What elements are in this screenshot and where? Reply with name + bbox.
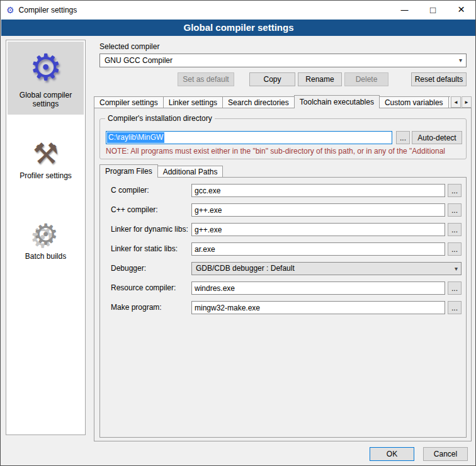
make-program-input[interactable]	[191, 301, 445, 314]
installation-directory-group: Compiler's installation directory C:\ray…	[99, 118, 467, 159]
tab-compiler-settings[interactable]: Compiler settings	[94, 96, 164, 108]
minimize-icon: —	[401, 6, 409, 14]
window-title: Compiler settings	[19, 6, 77, 14]
debugger-select[interactable]: GDB/CDB debugger : Default ▾	[191, 262, 462, 275]
maximize-icon: □	[430, 4, 436, 15]
resource-compiler-label: Resource compiler:	[111, 281, 176, 295]
sidebar-item-label: Profiler settings	[8, 170, 84, 186]
tab-search-directories[interactable]: Search directories	[222, 96, 295, 108]
copy-button[interactable]: Copy	[249, 72, 295, 86]
linker-dynamic-label: Linker for dynamic libs:	[111, 223, 188, 236]
debugger-label: Debugger:	[111, 262, 146, 275]
arrow-left-icon: ◄	[453, 99, 458, 105]
debugger-select-value: GDB/CDB debugger : Default	[196, 264, 295, 273]
auto-detect-button[interactable]: Auto-detect	[412, 131, 462, 144]
linker-static-label: Linker for static libs:	[111, 242, 178, 256]
program-row: Debugger: GDB/CDB debugger : Default ▾	[100, 262, 466, 275]
cpp-compiler-browse-button[interactable]: ...	[448, 203, 462, 217]
compiler-settings-window: ⚙ Compiler settings — □ × Global compile…	[0, 0, 476, 466]
tab-toolchain-executables[interactable]: Toolchain executables	[294, 95, 380, 108]
program-row: C compiler: ...	[100, 184, 466, 197]
gears-icon: ⚙	[8, 218, 84, 251]
program-row: Make program: ...	[100, 301, 466, 314]
compiler-select-value: GNU GCC Compiler	[105, 54, 173, 67]
selected-compiler-label: Selected compiler	[99, 42, 159, 51]
program-tabs-strip: Program Files Additional Paths	[99, 164, 288, 178]
set-as-default-button: Set as default	[178, 72, 234, 86]
linker-dynamic-browse-button[interactable]: ...	[448, 223, 462, 236]
toolchain-executables-panel: Compiler's installation directory C:\ray…	[94, 108, 472, 441]
program-row: Resource compiler: ...	[100, 281, 466, 295]
tab-scroll-controls: ◄ ►	[450, 96, 472, 108]
reset-defaults-button[interactable]: Reset defaults	[411, 72, 467, 86]
minimize-button[interactable]: —	[390, 1, 419, 20]
sidebar-item-global-compiler-settings[interactable]: ⚙ Global compiler settings	[8, 42, 84, 115]
tab-program-files[interactable]: Program Files	[99, 164, 158, 178]
program-row: Linker for dynamic libs: ...	[100, 223, 466, 236]
sidebar-item-label: Global compiler settings	[8, 89, 84, 115]
compiler-select[interactable]: GNU GCC Compiler ▾	[99, 54, 467, 67]
tab-scroll-left-button[interactable]: ◄	[451, 96, 461, 108]
bin-subdirectory-note: NOTE: All programs must exist either in …	[106, 147, 466, 156]
chevron-down-icon: ▾	[459, 54, 462, 67]
delete-button: Delete	[344, 72, 388, 86]
arrow-right-icon: ►	[464, 99, 469, 105]
c-compiler-label: C compiler:	[111, 184, 149, 197]
tab-linker-settings[interactable]: Linker settings	[163, 96, 223, 108]
sidebar-item-profiler-settings[interactable]: ⚒ Profiler settings	[8, 134, 84, 186]
resource-compiler-input[interactable]	[191, 281, 445, 295]
close-button[interactable]: ×	[447, 1, 475, 20]
linker-dynamic-input[interactable]	[191, 223, 445, 236]
settings-tabs-strip: Compiler settings Linker settings Search…	[94, 94, 450, 108]
dialog-banner-title: Global compiler settings	[1, 20, 476, 36]
tab-custom-variables[interactable]: Custom variables	[379, 96, 449, 108]
c-compiler-input[interactable]	[191, 184, 445, 197]
close-icon: ×	[458, 3, 465, 16]
installation-directory-value: C:\raylib\MinGW	[107, 132, 164, 143]
program-files-panel: C compiler: ... C++ compiler: ... Linker…	[99, 177, 467, 438]
app-icon: ⚙	[6, 5, 14, 15]
titlebar: ⚙ Compiler settings — □ ×	[1, 1, 475, 20]
linker-static-input[interactable]	[191, 242, 445, 256]
cpp-compiler-input[interactable]	[191, 203, 445, 217]
settings-category-list: ⚙ Global compiler settings ⚒ Profiler se…	[6, 40, 86, 435]
program-tabs: Program Files Additional Paths	[99, 164, 288, 178]
installation-directory-input[interactable]: C:\raylib\MinGW	[106, 131, 392, 144]
make-program-label: Make program:	[111, 301, 162, 314]
ok-button[interactable]: OK	[370, 447, 414, 461]
tab-scroll-right-button[interactable]: ►	[462, 96, 472, 108]
resource-compiler-browse-button[interactable]: ...	[448, 281, 462, 295]
browse-directory-button[interactable]: ...	[396, 131, 410, 144]
settings-tabs: Compiler settings Linker settings Search…	[94, 94, 472, 108]
cpp-compiler-label: C++ compiler:	[111, 203, 158, 217]
c-compiler-browse-button[interactable]: ...	[448, 184, 462, 197]
maximize-button[interactable]: □	[419, 1, 447, 20]
cancel-button[interactable]: Cancel	[423, 447, 468, 461]
program-row: C++ compiler: ...	[100, 203, 466, 217]
profiler-tool-icon: ⚒	[8, 137, 84, 170]
rename-button[interactable]: Rename	[298, 72, 342, 86]
installation-directory-group-label: Compiler's installation directory	[105, 114, 215, 123]
sidebar-item-label: Batch builds	[8, 251, 84, 267]
make-program-browse-button[interactable]: ...	[448, 301, 462, 314]
window-controls: — □ ×	[390, 1, 475, 20]
linker-static-browse-button[interactable]: ...	[448, 242, 462, 256]
sidebar-item-batch-builds[interactable]: ⚙ Batch builds	[8, 214, 84, 267]
chevron-down-icon: ▾	[455, 263, 458, 275]
program-row: Linker for static libs: ...	[100, 242, 466, 256]
tab-additional-paths[interactable]: Additional Paths	[157, 166, 224, 178]
gear-icon: ⚙	[8, 45, 84, 89]
